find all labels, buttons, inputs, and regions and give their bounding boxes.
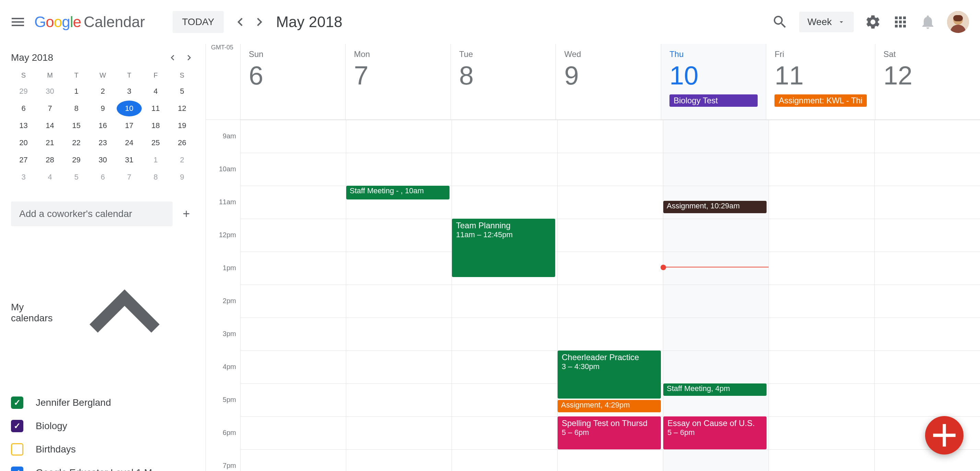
calendar-event[interactable]: Assignment, 4:29pm [558,400,661,412]
calendar-event[interactable]: Staff Meeting - , 10am [346,186,450,200]
mini-day-cell[interactable]: 15 [64,118,89,134]
now-indicator [663,267,768,267]
main-menu-button[interactable] [10,14,26,30]
hour-label: 3pm [206,330,236,363]
mini-day-cell[interactable]: 17 [117,118,142,134]
mini-day-cell[interactable]: 10 [117,101,142,117]
day-column[interactable] [240,120,346,471]
calendar-event[interactable]: Essay on Cause of U.S.5 – 6pm [663,417,767,449]
mini-day-cell[interactable]: 4 [143,83,168,99]
mini-day-cell[interactable]: 8 [64,101,89,117]
dom-label: 7 [354,61,442,90]
mini-dow-label: M [37,69,62,82]
mini-day-cell[interactable]: 21 [37,135,62,151]
mini-day-cell[interactable]: 29 [64,152,89,168]
mini-day-cell[interactable]: 2 [170,152,194,168]
add-coworker-button[interactable]: + [178,206,194,222]
notifications-button[interactable] [920,14,936,30]
mini-day-cell[interactable]: 9 [90,101,115,117]
day-header[interactable]: Fri11Assignment: KWL - Thi [766,44,875,120]
mini-day-cell[interactable]: 4 [37,169,62,185]
mini-day-cell[interactable]: 22 [64,135,89,151]
mini-day-cell[interactable]: 28 [37,152,62,168]
calendar-event[interactable]: Staff Meeting, 4pm [663,383,767,396]
mini-day-cell[interactable]: 6 [90,169,115,185]
settings-button[interactable] [865,14,881,30]
user-avatar[interactable] [947,11,969,33]
calendar-item[interactable]: Jennifer Bergland [11,391,194,414]
search-button[interactable] [772,14,788,30]
mini-day-cell[interactable]: 29 [11,83,36,99]
add-coworker-input[interactable] [11,201,173,226]
mini-day-cell[interactable]: 18 [143,118,168,134]
calendar-event[interactable]: Spelling Test on Thursd5 – 6pm [558,417,661,449]
mini-day-cell[interactable]: 30 [90,152,115,168]
time-column: 9am10am11am12pm1pm2pm3pm4pm5pm6pm7pm [206,120,240,471]
mini-day-cell[interactable]: 5 [170,83,194,99]
today-button[interactable]: TODAY [173,11,224,33]
mini-day-cell[interactable]: 3 [117,83,142,99]
calendar-checkbox[interactable] [11,443,23,455]
mini-day-cell[interactable]: 14 [37,118,62,134]
calendar-event[interactable]: Assignment, 10:29am [663,201,767,213]
dom-label: 12 [884,61,972,90]
day-column[interactable]: Assignment, 10:29amStaff Meeting, 4pmEss… [663,120,768,471]
mini-day-cell[interactable]: 16 [90,118,115,134]
mini-prev-button[interactable] [167,52,178,63]
calendar-checkbox[interactable] [11,396,23,409]
my-calendars-toggle[interactable]: My calendars [11,243,194,383]
calendar-event[interactable]: Cheerleader Practice3 – 4:30pm [558,351,661,399]
mini-day-cell[interactable]: 12 [170,101,194,117]
mini-day-cell[interactable]: 30 [37,83,62,99]
day-column[interactable]: Team Planning11am – 12:45pm [452,120,557,471]
mini-day-cell[interactable]: 8 [143,169,168,185]
calendar-item[interactable]: Biology [11,414,194,438]
mini-day-cell[interactable]: 31 [117,152,142,168]
create-event-fab[interactable] [925,416,964,455]
mini-day-cell[interactable]: 23 [90,135,115,151]
mini-day-cell[interactable]: 27 [11,152,36,168]
plus-icon [925,416,964,455]
day-column[interactable] [768,120,874,471]
calendar-checkbox[interactable] [11,466,23,471]
calendar-event[interactable]: Team Planning11am – 12:45pm [452,219,555,277]
google-logo: Google [34,13,81,30]
mini-day-cell[interactable]: 1 [64,83,89,99]
mini-day-cell[interactable]: 19 [170,118,194,134]
mini-day-cell[interactable]: 13 [11,118,36,134]
day-header[interactable]: Wed9 [555,44,660,120]
allday-event[interactable]: Assignment: KWL - Thi [775,94,866,107]
mini-day-cell[interactable]: 24 [117,135,142,151]
prev-week-button[interactable] [232,14,248,30]
day-header[interactable]: Sat12 [875,44,980,120]
mini-day-cell[interactable]: 5 [64,169,89,185]
mini-next-button[interactable] [184,52,194,63]
day-columns: Staff Meeting - , 10amTeam Planning11am … [240,120,980,471]
next-week-button[interactable] [251,14,268,30]
mini-day-cell[interactable]: 9 [170,169,194,185]
day-header[interactable]: Thu10Biology Test [661,44,766,120]
mini-day-cell[interactable]: 25 [143,135,168,151]
day-header[interactable]: Tue8 [450,44,555,120]
mini-day-cell[interactable]: 26 [170,135,194,151]
calendar-checkbox[interactable] [11,420,23,432]
hour-label: 5pm [206,396,236,429]
google-apps-button[interactable] [892,14,908,30]
day-header[interactable]: Sun6 [240,44,345,120]
mini-day-cell[interactable]: 11 [143,101,168,117]
mini-day-cell[interactable]: 7 [37,101,62,117]
time-grid[interactable]: 9am10am11am12pm1pm2pm3pm4pm5pm6pm7pm Sta… [206,120,980,471]
mini-day-cell[interactable]: 1 [143,152,168,168]
allday-event[interactable]: Biology Test [670,94,758,107]
mini-day-cell[interactable]: 7 [117,169,142,185]
calendar-item[interactable]: Google Educator Level 1 M... [11,461,194,471]
day-column[interactable]: Cheerleader Practice3 – 4:30pmAssignment… [557,120,663,471]
mini-day-cell[interactable]: 6 [11,101,36,117]
day-header[interactable]: Mon7 [345,44,450,120]
mini-day-cell[interactable]: 20 [11,135,36,151]
view-selector[interactable]: Week [799,12,854,32]
mini-day-cell[interactable]: 2 [90,83,115,99]
day-column[interactable]: Staff Meeting - , 10am [346,120,452,471]
calendar-item[interactable]: Birthdays [11,438,194,461]
mini-day-cell[interactable]: 3 [11,169,36,185]
